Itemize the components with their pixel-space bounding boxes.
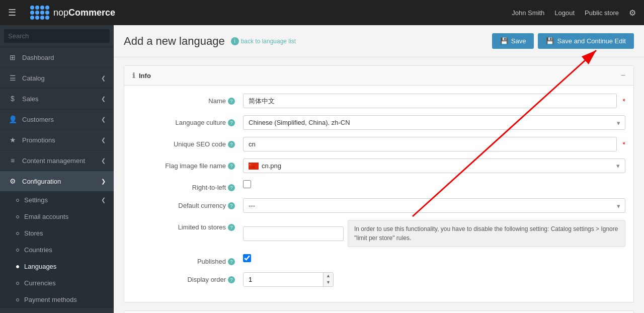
name-help-icon[interactable]: ? [228, 98, 235, 105]
sidebar-item-configuration[interactable]: ⚙ Configuration ❯ [0, 171, 114, 192]
info-card-header-left: ℹ Info [132, 71, 151, 80]
increment-button[interactable]: ▲ [324, 273, 333, 279]
currency-select[interactable]: --- [243, 198, 625, 213]
collapse-icon[interactable]: − [621, 71, 625, 80]
sidebar-item-dashboard[interactable]: ⊞ Dashboard [0, 47, 114, 68]
logo-area: ☰ nopCommerce [8, 6, 512, 20]
name-field-row: Name ? * [132, 94, 625, 108]
hamburger-menu[interactable]: ☰ [8, 7, 16, 18]
sidebar-item-label: Configuration [22, 178, 61, 185]
language-culture-wrap: Chinese (Simplified, China). zh-CN [243, 115, 625, 130]
published-checkbox[interactable] [243, 254, 251, 262]
language-culture-help-icon[interactable]: ? [228, 119, 235, 126]
display-order-wrap: ▲ ▼ [243, 272, 625, 287]
rtl-checkbox[interactable] [243, 180, 251, 188]
settings-icon[interactable]: ⚙ [629, 8, 636, 18]
sidebar-item-stores[interactable]: Stores [0, 225, 114, 242]
limited-stores-help-icon[interactable]: ? [228, 224, 235, 231]
published-row: Published ? [132, 254, 625, 265]
sidebar-item-settings[interactable]: Settings ❮ [0, 192, 114, 208]
sidebar-item-countries[interactable]: Countries [0, 242, 114, 258]
name-input[interactable] [243, 94, 617, 108]
nav-right: John Smith Logout Public store ⚙ [512, 8, 636, 18]
chevron-right-icon: ❮ [101, 75, 106, 82]
dot-icon [16, 249, 19, 252]
logout-link[interactable]: Logout [554, 9, 575, 17]
display-order-input[interactable] [244, 273, 323, 286]
configuration-submenu: Settings ❮ Email accounts Stores Countri… [0, 192, 114, 308]
back-link-text: back to language list [241, 38, 296, 45]
string-resources-header: ≡ String resources + [124, 311, 633, 313]
currencies-label: Currencies [24, 279, 56, 287]
seo-code-wrap: * [243, 137, 625, 151]
decrement-button[interactable]: ▼ [324, 279, 333, 286]
search-input[interactable] [4, 29, 110, 43]
limited-stores-row: Limited to stores ? In order to use this… [132, 220, 625, 247]
dot-icon [16, 298, 19, 301]
seo-code-label: Unique SEO code ? [132, 137, 243, 148]
language-culture-select[interactable]: Chinese (Simplified, China). zh-CN [243, 115, 625, 130]
display-order-stepper: ▲ ▼ [243, 272, 334, 287]
name-required-star: * [623, 97, 625, 105]
limited-stores-label: Limited to stores ? [132, 220, 243, 231]
flag-select-wrapper: 🇨🇳 cn.png [243, 159, 625, 173]
sales-icon: $ [8, 95, 17, 103]
info-card-body: Name ? * Language culture ? [124, 86, 633, 302]
stores-label: Stores [24, 229, 43, 237]
display-order-help-icon[interactable]: ? [228, 276, 235, 283]
sidebar-item-catalog[interactable]: ☰ Catalog ❮ [0, 68, 114, 89]
user-name-link[interactable]: John Smith [512, 9, 544, 17]
flag-select[interactable]: 🇨🇳 cn.png [243, 159, 625, 173]
number-arrows: ▲ ▼ [323, 273, 333, 286]
sidebar-item-languages[interactable]: Languages [0, 258, 114, 275]
logo-text: nopCommerce [53, 8, 115, 18]
flag-value-text: cn.png [262, 162, 281, 170]
flag-help-icon[interactable]: ? [228, 163, 235, 170]
name-control-wrap: * [243, 94, 625, 108]
sidebar-item-label: Catalog [22, 74, 45, 82]
sidebar-item-label: Promotions [22, 136, 55, 144]
dot-icon [16, 282, 19, 285]
currency-help-icon[interactable]: ? [228, 202, 235, 209]
language-culture-label: Language culture ? [132, 115, 243, 126]
sidebar-item-payment-methods[interactable]: Payment methods [0, 291, 114, 308]
string-resources-card: ≡ String resources + [124, 310, 634, 313]
sidebar-item-sales[interactable]: $ Sales ❮ [0, 89, 114, 109]
seo-code-help-icon[interactable]: ? [228, 141, 235, 148]
sidebar-item-currencies[interactable]: Currencies [0, 275, 114, 291]
top-navigation: ☰ nopCommerce John Smith Logout Public s… [0, 0, 644, 25]
sidebar-item-promotions[interactable]: ★ Promotions ❮ [0, 130, 114, 150]
dot-active-icon [16, 265, 19, 268]
currency-row: Default currency ? --- [132, 198, 625, 213]
page-header-left: Add a new language i back to language li… [124, 35, 296, 48]
language-culture-row: Language culture ? Chinese (Simplified, … [132, 115, 625, 130]
save-continue-label: Save and Continue Edit [557, 37, 626, 45]
seo-code-required-star: * [623, 140, 625, 148]
seo-code-input[interactable] [243, 137, 617, 151]
public-store-link[interactable]: Public store [585, 9, 619, 17]
dot-icon [16, 232, 19, 235]
info-circle-icon: i [231, 37, 239, 45]
limited-stores-input[interactable] [243, 226, 344, 241]
main-layout: ⊞ Dashboard ☰ Catalog ❮ $ Sales ❮ 👤 Cust… [0, 25, 644, 313]
published-help-icon[interactable]: ? [228, 258, 235, 265]
sidebar-item-customers[interactable]: 👤 Customers ❮ [0, 109, 114, 130]
display-order-label: Display order ? [132, 272, 243, 283]
save-button[interactable]: 💾 Save [492, 33, 534, 49]
payment-methods-label: Payment methods [24, 296, 77, 303]
promotions-icon: ★ [8, 136, 17, 144]
rtl-help-icon[interactable]: ? [228, 184, 235, 191]
save-continue-button[interactable]: 💾 Save and Continue Edit [538, 33, 634, 49]
sidebar-item-label: Content management [22, 157, 85, 165]
back-to-list-link[interactable]: i back to language list [231, 37, 296, 45]
languages-label: Languages [24, 263, 56, 270]
sidebar-item-email-accounts[interactable]: Email accounts [0, 208, 114, 225]
published-wrap [243, 254, 625, 262]
sidebar-item-content[interactable]: ≡ Content management ❮ [0, 150, 114, 171]
flag-row: Flag image file name ? 🇨🇳 cn.png [132, 159, 625, 173]
countries-label: Countries [24, 246, 52, 254]
info-card-header: ℹ Info − [124, 66, 633, 86]
dashboard-icon: ⊞ [8, 53, 17, 61]
flag-label: Flag image file name ? [132, 159, 243, 170]
limited-stores-wrap: In order to use this functionality, you … [243, 220, 625, 247]
